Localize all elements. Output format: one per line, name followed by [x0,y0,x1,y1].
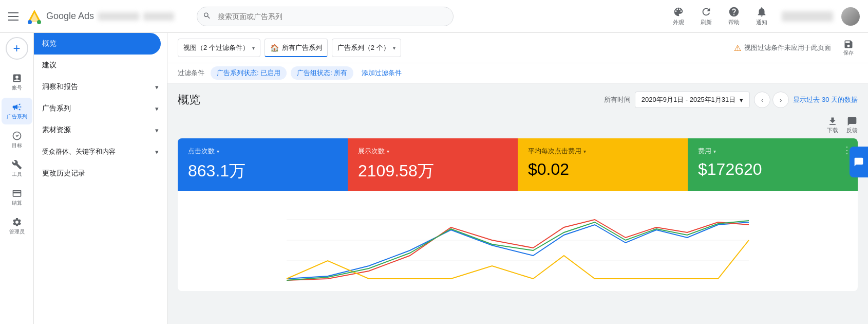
clicks-header: 点击次数 ▾ [188,147,337,156]
warning-icon: ⚠ [734,43,741,53]
nav-item-overview[interactable]: 概览 [34,33,161,55]
logo-area: Google Ads [27,9,174,24]
sidebar-item-billing[interactable]: 结算 [2,184,32,211]
impressions-header: 展示次数 ▾ [358,147,507,156]
logo-text: Google Ads [46,11,94,22]
campaign-count-label: 广告系列（2 个） [337,43,390,52]
metric-card-impressions[interactable]: 展示次数 ▾ 2109.58万 [348,138,518,191]
impressions-title: 展示次数 [358,147,385,156]
hamburger-menu[interactable] [8,10,21,23]
save-label: 保存 [843,49,854,57]
sidebar-item-campaign[interactable]: 广告系列 [2,98,32,124]
impressions-value: 2109.58万 [358,160,507,183]
date-prev-btn[interactable]: ‹ [754,92,770,108]
download-icon [827,116,838,127]
overview-title: 概览 [178,92,200,107]
user-avatar[interactable] [841,7,860,26]
chart-area [178,191,858,291]
nav-overview-label: 概览 [42,39,56,48]
clicks-title: 点击次数 [188,147,215,156]
right-content: 视图（2 个过滤条件） ▾ 🏠 所有广告系列 广告系列（2 个） ▾ ⚠ 视图过… [167,33,868,324]
nav-insights-label: 洞察和报告 [42,82,78,92]
tools-icon [12,159,22,170]
svg-point-2 [28,20,32,24]
overview-actions: 下载 反馈 [178,116,858,134]
assets-chevron: ▾ [155,127,159,134]
show-30-days-link[interactable]: 显示过去 30 天的数据 [793,95,858,104]
sidebar-item-account[interactable]: 账号 [2,69,32,96]
metric-card-cpc[interactable]: 平均每次点击费用 ▾ $0.02 [518,138,688,191]
sidebar-item-target[interactable]: 目标 [2,127,32,153]
save-button[interactable]: 保存 [839,37,858,59]
chat-icon [854,157,864,167]
refresh-label: 刷新 [701,19,712,26]
nav-suggestions-label: 建议 [42,61,56,70]
date-nav: ‹ › [754,92,789,108]
metric-cards: 点击次数 ▾ 863.1万 展示次数 ▾ 2109.58万 [178,138,858,191]
chart-svg [186,199,850,281]
view-filter-dropdown[interactable]: 视图（2 个过滤条件） ▾ [178,39,260,57]
create-button[interactable]: + [6,37,28,60]
sidebar-tools-label: 工具 [12,171,22,178]
audience-chevron: ▾ [155,148,159,156]
view-filter-arrow: ▾ [252,45,255,51]
add-filter-btn[interactable]: 添加过滤条件 [357,66,406,80]
view-filter-label: 视图（2 个过滤条件） [183,43,249,52]
all-campaigns-label: 所有广告系列 [282,43,322,52]
download-btn[interactable]: 下载 [827,116,838,134]
cpc-value: $0.02 [528,160,677,179]
feedback-icon [847,116,857,127]
campaign-selector-arrow: ▾ [393,45,395,51]
cpc-header: 平均每次点击费用 ▾ [528,147,677,156]
cost-dropdown-arrow: ▾ [713,149,716,154]
nav-item-campaigns[interactable]: 广告系列 ▾ [34,98,167,119]
cpc-dropdown-arrow: ▾ [583,149,586,154]
nav-item-insights[interactable]: 洞察和报告 ▾ [34,76,167,98]
filter-chip-adgroup-status[interactable]: 广告组状态: 所有 [291,66,353,80]
sidebar-account-label: 账号 [12,84,22,92]
sidebar-item-admin[interactable]: 管理员 [2,213,32,240]
chat-button[interactable] [850,147,868,177]
time-label: 所有时间 [604,95,631,104]
sidebar-item-tools[interactable]: 工具 [2,155,32,182]
nav-history-label: 更改历史记录 [42,169,85,178]
metric-card-clicks[interactable]: 点击次数 ▾ 863.1万 [178,138,348,191]
svg-point-3 [37,20,41,24]
campaign-selector[interactable]: 广告系列（2 个） ▾ [332,39,401,57]
help-btn[interactable]: 帮助 [722,4,746,28]
nav-item-suggestions[interactable]: 建议 [34,55,167,76]
search-input[interactable] [197,7,454,26]
google-ads-logo [27,9,42,24]
help-label: 帮助 [728,19,740,26]
feedback-label: 反馈 [846,127,858,134]
target-icon [12,131,22,141]
date-selector: 所有时间 2020年9月1日 - 2025年1月31日 ▾ ‹ › 显示过去 3… [604,92,858,108]
metric-card-cost[interactable]: 费用 ▾ $172620 ⋮ [688,138,858,191]
download-label: 下载 [827,127,838,134]
campaigns-chevron: ▾ [155,105,159,113]
nav-item-history[interactable]: 更改历史记录 [34,163,167,184]
campaign-filter-dropdown[interactable]: 🏠 所有广告系列 [265,39,328,57]
nav-item-audience[interactable]: 受众群体、关键字和内容 ▾ [34,141,167,163]
warning-text: 视图过滤条件未应用于此页面 [744,43,831,52]
sidebar-admin-label: 管理员 [9,228,25,236]
refresh-btn[interactable]: 刷新 [694,4,718,28]
sidebar-target-label: 目标 [12,142,22,149]
nav-panel: 概览 建议 洞察和报告 ▾ 广告系列 ▾ 素材资源 ▾ 受众群体、关键字和内容 … [34,33,167,324]
account-name-blurred [98,12,139,21]
notification-btn[interactable]: 通知 [750,4,773,28]
account-blurred [782,11,833,22]
billing-icon [12,188,22,199]
warning-bar: ⚠ 视图过滤条件未应用于此页面 [734,43,831,53]
feedback-btn[interactable]: 反馈 [846,116,858,134]
filter-bar: 视图（2 个过滤条件） ▾ 🏠 所有广告系列 广告系列（2 个） ▾ ⚠ 视图过… [167,33,868,63]
appearance-btn[interactable]: 外观 [667,4,690,28]
nav-item-assets[interactable]: 素材资源 ▾ [34,119,167,141]
date-next-btn[interactable]: › [772,92,789,108]
impressions-dropdown-arrow: ▾ [387,149,389,154]
date-range-arrow: ▾ [740,96,743,104]
search-icon [203,11,211,21]
filter-chip-campaign-status[interactable]: 广告系列状态: 已启用 [211,66,287,80]
date-range-button[interactable]: 2020年9月1日 - 2025年1月31日 ▾ [635,92,750,108]
sidebar-campaign-label: 广告系列 [7,113,27,120]
